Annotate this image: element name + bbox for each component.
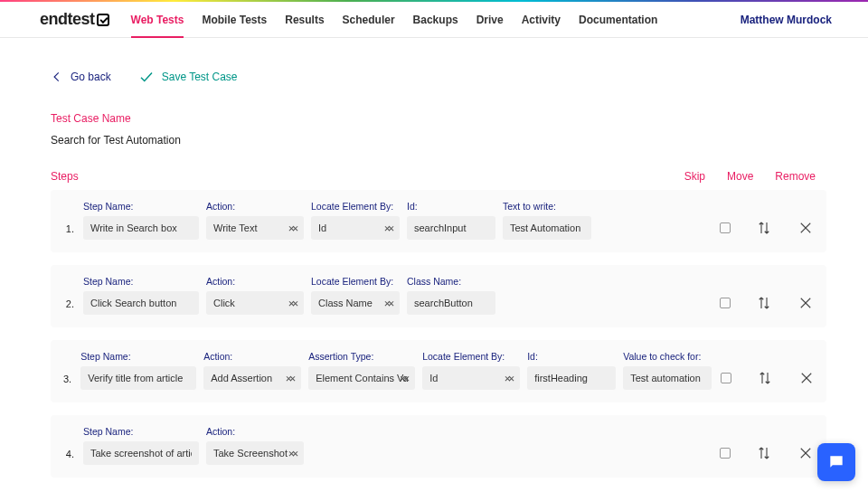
remove-icon[interactable] (797, 295, 814, 311)
locate-by-select[interactable] (422, 366, 520, 390)
step-name-input[interactable] (83, 291, 199, 315)
action-select[interactable] (206, 291, 304, 315)
brand-text: endtest (40, 10, 95, 29)
skip-checkbox[interactable] (720, 222, 731, 233)
value-check-input[interactable] (623, 366, 712, 390)
locator-label: Id: (407, 201, 495, 212)
save-test-case-button[interactable]: Save Test Case (138, 69, 238, 85)
move-icon[interactable] (756, 445, 772, 461)
nav-results[interactable]: Results (285, 3, 324, 37)
page-content: Go back Save Test Case Test Case Name Se… (0, 38, 868, 478)
value-check-label: Value to check for: (623, 351, 712, 362)
action-select[interactable] (206, 441, 304, 465)
step-row: 1. Step Name: Action: Locate Element By:… (51, 190, 826, 252)
locator-label: Id: (527, 351, 616, 362)
step-name-input[interactable] (83, 216, 199, 240)
nav-scheduler[interactable]: Scheduler (343, 3, 395, 37)
col-remove: Remove (775, 170, 816, 183)
top-nav: endtest Web Tests Mobile Tests Results S… (0, 2, 868, 38)
remove-icon[interactable] (797, 445, 814, 461)
step-row: 4. Step Name: Action: (51, 415, 826, 478)
go-back-label: Go back (71, 71, 111, 83)
locator-input[interactable] (407, 291, 495, 315)
action-label: Action: (203, 351, 301, 362)
action-select[interactable] (206, 216, 304, 240)
test-case-name-label: Test Case Name (51, 112, 826, 125)
save-label: Save Test Case (162, 71, 238, 83)
nav-mobile-tests[interactable]: Mobile Tests (202, 3, 267, 37)
brand-logo[interactable]: endtest (40, 10, 109, 29)
chat-widget-button[interactable] (817, 443, 855, 481)
step-name-input[interactable] (80, 366, 196, 390)
action-label: Action: (206, 426, 304, 437)
action-select[interactable] (203, 366, 301, 390)
action-label: Action: (206, 276, 304, 287)
nav-drive[interactable]: Drive (476, 3, 504, 37)
move-icon[interactable] (756, 295, 772, 311)
step-columns-header: Skip Move Remove (684, 170, 826, 183)
locator-label: Class Name: (407, 276, 495, 287)
skip-checkbox[interactable] (721, 373, 731, 383)
move-icon[interactable] (756, 220, 772, 236)
col-skip: Skip (684, 170, 705, 183)
locate-by-label: Locate Element By: (422, 351, 520, 362)
move-icon[interactable] (757, 370, 773, 386)
action-label: Action: (206, 201, 304, 212)
assertion-type-label: Assertion Type: (308, 351, 415, 362)
chat-icon (827, 453, 845, 471)
locate-by-select[interactable] (311, 216, 400, 240)
go-back-button[interactable]: Go back (51, 71, 111, 83)
text-to-write-label: Text to write: (503, 201, 591, 212)
nav-backups[interactable]: Backups (413, 3, 458, 37)
nav-items: Web Tests Mobile Tests Results Scheduler… (131, 3, 741, 37)
locator-input[interactable] (527, 366, 616, 390)
remove-icon[interactable] (797, 220, 814, 236)
step-number: 3. (63, 374, 71, 390)
step-name-label: Step Name: (83, 276, 199, 287)
text-to-write-input[interactable] (503, 216, 591, 240)
locate-by-label: Locate Element By: (311, 201, 400, 212)
step-name-label: Step Name: (83, 426, 199, 437)
locator-input[interactable] (407, 216, 495, 240)
check-icon (138, 69, 155, 85)
skip-checkbox[interactable] (720, 448, 731, 459)
step-number: 1. (63, 223, 74, 240)
chevron-left-icon (51, 71, 63, 83)
brand-check-icon (97, 14, 109, 26)
user-menu[interactable]: Matthew Murdock (741, 14, 832, 26)
locate-by-select[interactable] (311, 291, 400, 315)
nav-web-tests[interactable]: Web Tests (131, 3, 184, 37)
steps-header: Steps Skip Move Remove (51, 170, 826, 183)
step-name-input[interactable] (83, 441, 199, 465)
step-number: 2. (63, 298, 74, 315)
steps-label: Steps (51, 170, 684, 183)
col-move: Move (727, 170, 753, 183)
assertion-type-select[interactable] (308, 366, 415, 390)
step-row: 3. Step Name: Action: Assertion Type: Lo… (51, 340, 826, 402)
remove-icon[interactable] (798, 370, 815, 386)
skip-checkbox[interactable] (720, 298, 731, 308)
step-row: 2. Step Name: Action: Locate Element By:… (51, 265, 826, 327)
locate-by-label: Locate Element By: (311, 276, 400, 287)
page-actions: Go back Save Test Case (51, 69, 826, 85)
test-case-name-value: Search for Test Automation (51, 134, 826, 147)
step-name-label: Step Name: (80, 351, 196, 362)
step-number: 4. (63, 449, 74, 465)
step-name-label: Step Name: (83, 201, 199, 212)
nav-activity[interactable]: Activity (522, 3, 561, 37)
nav-documentation[interactable]: Documentation (579, 3, 657, 37)
